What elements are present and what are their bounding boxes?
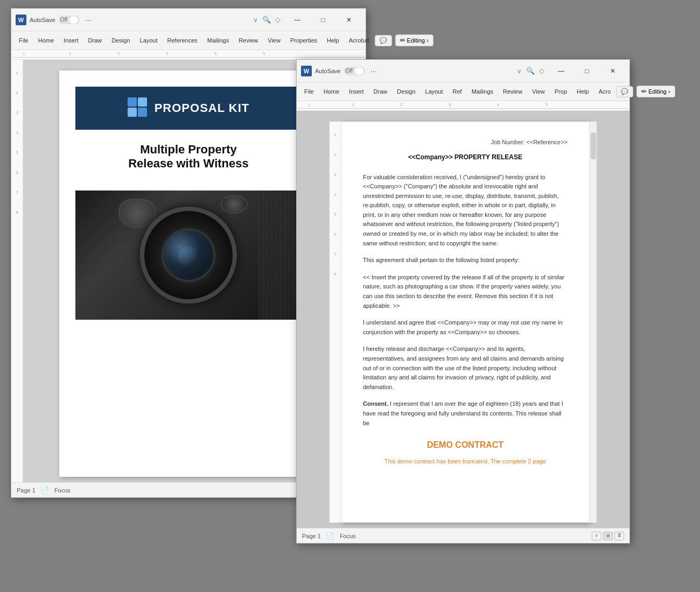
front-tab-mailings[interactable]: Mailings bbox=[467, 86, 498, 97]
demo-contract-sub: This demo contract has been truncated. T… bbox=[363, 457, 568, 466]
logo-squares bbox=[128, 97, 147, 117]
editing-label: Editing bbox=[407, 37, 425, 44]
ruler-1: 1 bbox=[69, 51, 71, 56]
logo-sq-1 bbox=[128, 97, 137, 107]
view-layout-front[interactable]: ⊞ bbox=[603, 532, 613, 540]
view-print-front[interactable]: ≡ bbox=[592, 532, 601, 540]
pencil-icon: ✏ bbox=[400, 37, 405, 44]
front-ruler-2: 2 bbox=[334, 152, 336, 157]
ruler-v-7: 7 bbox=[16, 190, 18, 195]
autosave-label: AutoSave bbox=[30, 17, 55, 23]
autosave-toggle-front[interactable]: Off bbox=[344, 67, 365, 75]
ruler-v-3: 3 bbox=[16, 110, 18, 115]
ruler-v-5: 5 bbox=[16, 150, 18, 155]
ribbon-back: File Home Insert Draw Design Layout Refe… bbox=[11, 31, 366, 50]
editing-button-front[interactable]: ✏ Editing › bbox=[636, 86, 675, 97]
search-front[interactable]: 🔍 bbox=[526, 67, 535, 75]
paragraph-4: I understand and agree that <<Company>> … bbox=[363, 318, 568, 337]
front-tab-view[interactable]: View bbox=[528, 86, 549, 97]
toggle-knob bbox=[69, 16, 78, 24]
autosave-toggle[interactable]: Off bbox=[59, 16, 80, 24]
editing-button[interactable]: ✏ Editing › bbox=[395, 34, 433, 46]
tab-insert[interactable]: Insert bbox=[59, 35, 83, 46]
view-icons-front: ≡ ⊞ ≣ bbox=[592, 532, 624, 540]
paragraph-3: << Insert the property covered by the re… bbox=[363, 273, 568, 311]
word-window-front: W AutoSave Off ··· ∨ 🔍 ◇ — □ ✕ File Home… bbox=[296, 59, 630, 544]
close-front[interactable]: ✕ bbox=[600, 63, 625, 79]
word-count-icon: 📄 bbox=[41, 487, 49, 494]
ruler-v-8: 8 bbox=[16, 210, 18, 215]
tab-home[interactable]: Home bbox=[34, 35, 58, 46]
title-bar-front: W AutoSave Off ··· ∨ 🔍 ◇ — □ ✕ bbox=[297, 60, 629, 82]
camera-lens-inner bbox=[162, 228, 215, 282]
chevron-front: ∨ bbox=[517, 67, 522, 75]
tab-mailings[interactable]: Mailings bbox=[203, 35, 233, 46]
focus-label-front[interactable]: Focus bbox=[340, 533, 356, 539]
ribbon-right-back: 💬 ✏ Editing › bbox=[375, 34, 433, 46]
tab-file[interactable]: File bbox=[15, 35, 33, 46]
more-options-front[interactable]: ··· bbox=[368, 66, 379, 76]
front-tab-acrobat[interactable]: Acro bbox=[594, 86, 615, 97]
ruler-front: L 1 2 3 4 5 bbox=[297, 101, 629, 111]
paragraph-1: For valuable consideration received, I (… bbox=[363, 173, 568, 249]
ruler-front-l: L bbox=[309, 102, 311, 107]
ribbon-tabs-back: File Home Insert Draw Design Layout Refe… bbox=[11, 31, 366, 50]
tab-properties[interactable]: Properties bbox=[286, 35, 321, 46]
ruler-front-4: 4 bbox=[497, 102, 499, 107]
doc-area-front: 1 2 3 4 5 6 7 8 Job Number: <<Reference>… bbox=[297, 111, 629, 528]
chevron-icon: ∨ bbox=[253, 16, 258, 24]
tab-design[interactable]: Design bbox=[107, 35, 134, 46]
front-tab-draw[interactable]: Draw bbox=[369, 86, 392, 97]
front-tab-home[interactable]: Home bbox=[319, 86, 344, 97]
title-center: ∨ 🔍 ◇ bbox=[253, 16, 281, 24]
minimize-front[interactable]: — bbox=[549, 63, 573, 79]
ribbon-right-front: 💬 ✏ Editing › bbox=[616, 86, 675, 97]
word-icon-front: W bbox=[301, 66, 312, 76]
page-indicator: Page 1 bbox=[17, 487, 36, 494]
view-web-front[interactable]: ≣ bbox=[614, 532, 624, 540]
front-tab-layout[interactable]: Layout bbox=[421, 86, 447, 97]
tab-layout[interactable]: Layout bbox=[136, 35, 162, 46]
paragraph-2: This agreement shall pertain to the foll… bbox=[363, 256, 568, 265]
close-button[interactable]: ✕ bbox=[337, 12, 361, 28]
maximize-front[interactable]: □ bbox=[575, 63, 599, 79]
tab-acrobat[interactable]: Acrobat bbox=[345, 35, 374, 46]
autosave-label-front: AutoSave bbox=[315, 68, 341, 74]
status-bar-front: Page 1 📄 Focus ≡ ⊞ ≣ bbox=[297, 528, 629, 543]
scrollbar-vertical[interactable] bbox=[589, 122, 597, 523]
front-tab-review[interactable]: Review bbox=[499, 86, 527, 97]
ribbon-front: File Home Insert Draw Design Layout Ref … bbox=[297, 82, 629, 101]
ruler-marker: L bbox=[23, 51, 25, 56]
ruler-v-2: 2 bbox=[16, 90, 18, 95]
maximize-button[interactable]: □ bbox=[311, 12, 335, 28]
left-ruler-front: 1 2 3 4 5 6 7 8 bbox=[330, 122, 341, 523]
front-tab-design[interactable]: Design bbox=[393, 86, 419, 97]
minimize-button[interactable]: — bbox=[285, 12, 310, 28]
title-bar-front-left: W AutoSave Off ··· bbox=[301, 66, 517, 76]
ruler-front-5: 5 bbox=[545, 102, 548, 107]
search-icon[interactable]: 🔍 bbox=[262, 16, 271, 24]
more-options-btn[interactable]: ··· bbox=[83, 15, 94, 25]
toggle-off-front: Off bbox=[346, 68, 354, 74]
front-tab-file[interactable]: File bbox=[300, 86, 318, 97]
camera-image bbox=[75, 191, 302, 320]
scrollbar-thumb[interactable] bbox=[591, 132, 596, 159]
front-tab-references[interactable]: Ref bbox=[449, 86, 466, 97]
focus-label[interactable]: Focus bbox=[54, 487, 71, 494]
front-tab-properties[interactable]: Prop bbox=[550, 86, 571, 97]
comment-icon: 💬 bbox=[380, 37, 387, 44]
tab-draw[interactable]: Draw bbox=[84, 35, 107, 46]
ruler-v-4: 4 bbox=[16, 130, 18, 135]
tab-review[interactable]: Review bbox=[234, 35, 262, 46]
logo-icon bbox=[128, 97, 149, 119]
front-ruler-1: 1 bbox=[334, 132, 336, 137]
tab-references[interactable]: References bbox=[163, 35, 202, 46]
tab-help[interactable]: Help bbox=[323, 35, 344, 46]
comment-button-front[interactable]: 💬 bbox=[616, 86, 633, 97]
tab-view[interactable]: View bbox=[263, 35, 285, 46]
front-tab-insert[interactable]: Insert bbox=[345, 86, 368, 97]
front-tab-help[interactable]: Help bbox=[572, 86, 593, 97]
ruler-content: L 1 2 3 4 5 bbox=[12, 50, 365, 59]
window-controls: — □ ✕ bbox=[285, 12, 361, 28]
comment-button[interactable]: 💬 bbox=[375, 35, 392, 46]
